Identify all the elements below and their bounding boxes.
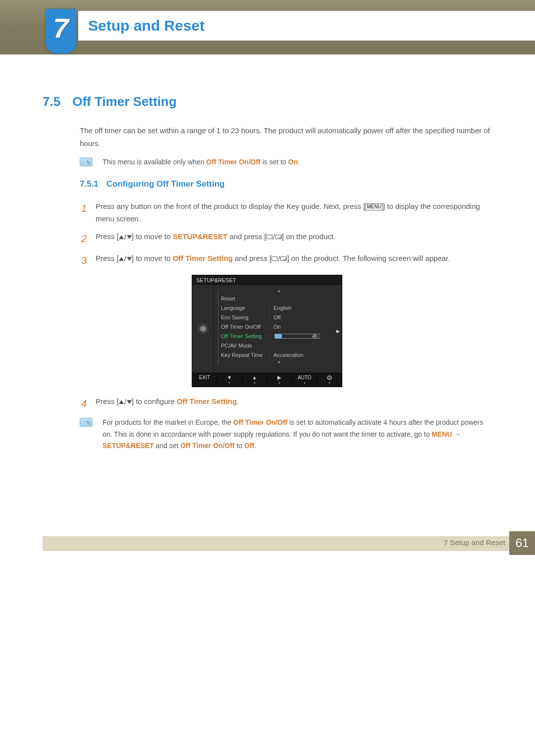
chapter-number: 7 xyxy=(53,12,68,53)
note-text: This menu is available only when Off Tim… xyxy=(103,156,300,168)
page-number: 61 xyxy=(509,531,535,555)
intro-paragraph: The off timer can be set within a range … xyxy=(80,124,491,150)
gear-icon xyxy=(199,324,208,333)
chevron-down-icon: ▼ xyxy=(221,360,337,366)
step-2: 2 Press [ / ] to move to SETUP&RESET and… xyxy=(80,230,491,247)
osd-item-value: English xyxy=(273,305,291,311)
page-content: 7.5 Off Timer Setting The off timer can … xyxy=(0,54,535,452)
chevron-up-icon: ▲ xyxy=(221,288,337,294)
osd-menu-item: Off Timer Setting:4h xyxy=(221,332,337,341)
osd-screenshot: SETUP&RESET ▲ ResetLanguage:EnglishEco S… xyxy=(192,275,342,387)
subsection-number: 7.5.1 xyxy=(80,179,99,189)
osd-footer-button: ▶▾ xyxy=(268,373,293,387)
section-number: 7.5 xyxy=(43,94,60,109)
osd-menu-item: Eco Saving:Off xyxy=(221,313,337,322)
step-number: 2 xyxy=(80,230,87,247)
osd-footer-buttons: EXIT▼▾▲▾▶▾AUTO▾⏻▾ xyxy=(192,373,342,387)
osd-item-label: PC/AV Mode xyxy=(221,343,268,349)
osd-menu-list: ▲ ResetLanguage:EnglishEco Saving:OffOff… xyxy=(214,285,342,373)
step-text: Press [ / ] to move to Off Timer Setting… xyxy=(96,252,491,269)
osd-footer-button: AUTO▾ xyxy=(292,373,318,387)
note-text: For products for the market in Europe, t… xyxy=(103,417,491,452)
menu-key-icon: MENU xyxy=(365,203,382,210)
up-down-key-icon: / xyxy=(119,396,132,408)
osd-footer-button: ▼▾ xyxy=(217,373,243,387)
osd-item-label: Reset xyxy=(221,296,268,302)
source-enter-key-icon: / xyxy=(271,252,287,265)
osd-menu-item: Language:English xyxy=(221,303,337,313)
osd-menu-item: PC/AV Mode xyxy=(221,341,337,351)
step-number: 1 xyxy=(80,200,87,225)
step-1: 1 Press any button on the front of the p… xyxy=(80,200,491,225)
osd-sidebar xyxy=(192,285,214,373)
page-footer: 7 Setup and Reset 61 xyxy=(0,531,535,555)
osd-menu-item: Key Repeat Time:Acceleration xyxy=(221,351,337,360)
chapter-header: 7 Setup and Reset xyxy=(0,0,535,54)
osd-menu-item: Off Timer On/Off:On xyxy=(221,322,337,332)
note-icon xyxy=(80,418,93,427)
section-heading: 7.5 Off Timer Setting xyxy=(43,94,491,109)
subsection-title: Configuring Off Timer Setting xyxy=(107,179,225,189)
source-enter-key-icon: / xyxy=(267,231,282,244)
osd-item-label: Off Timer On/Off xyxy=(221,324,268,330)
note-icon xyxy=(80,157,93,166)
step-text: Press [ / ] to configure Off Timer Setti… xyxy=(96,395,491,412)
osd-slider: 4h xyxy=(274,334,320,339)
osd-item-value: Acceleration xyxy=(273,352,304,358)
footer-chapter-label: 7 Setup and Reset xyxy=(444,538,505,547)
chevron-right-icon: ▶ xyxy=(336,329,340,334)
step-number: 3 xyxy=(80,252,87,269)
chapter-tab: 7 xyxy=(46,9,76,53)
chapter-title-box: Setup and Reset xyxy=(78,11,535,41)
osd-footer-button: ⏻▾ xyxy=(318,373,342,387)
step-4: 4 Press [ / ] to configure Off Timer Set… xyxy=(80,395,491,412)
osd-item-value: On xyxy=(273,324,281,330)
section-title: Off Timer Setting xyxy=(72,94,176,109)
osd-footer-button: EXIT xyxy=(192,373,217,387)
osd-footer-button: ▲▾ xyxy=(242,373,268,387)
note-availability: This menu is available only when Off Tim… xyxy=(80,156,491,168)
step-number: 4 xyxy=(80,395,87,412)
step-text: Press [ / ] to move to SETUP&RESET and p… xyxy=(96,230,491,247)
osd-title: SETUP&RESET xyxy=(192,275,342,285)
subsection-heading: 7.5.1 Configuring Off Timer Setting xyxy=(80,179,491,189)
up-down-key-icon: / xyxy=(119,231,132,244)
osd-item-label: Language xyxy=(221,305,268,311)
step-text: Press any button on the front of the pro… xyxy=(96,200,491,225)
chapter-title: Setup and Reset xyxy=(88,17,205,34)
osd-menu-item: Reset xyxy=(221,294,337,303)
osd-item-label: Key Repeat Time xyxy=(221,352,268,358)
osd-item-label: Eco Saving xyxy=(221,314,268,320)
up-down-key-icon: / xyxy=(119,252,132,265)
osd-item-label: Off Timer Setting xyxy=(221,333,268,339)
note-europe: For products for the market in Europe, t… xyxy=(80,417,491,452)
step-3: 3 Press [ / ] to move to Off Timer Setti… xyxy=(80,252,491,269)
osd-item-value: Off xyxy=(273,314,280,320)
